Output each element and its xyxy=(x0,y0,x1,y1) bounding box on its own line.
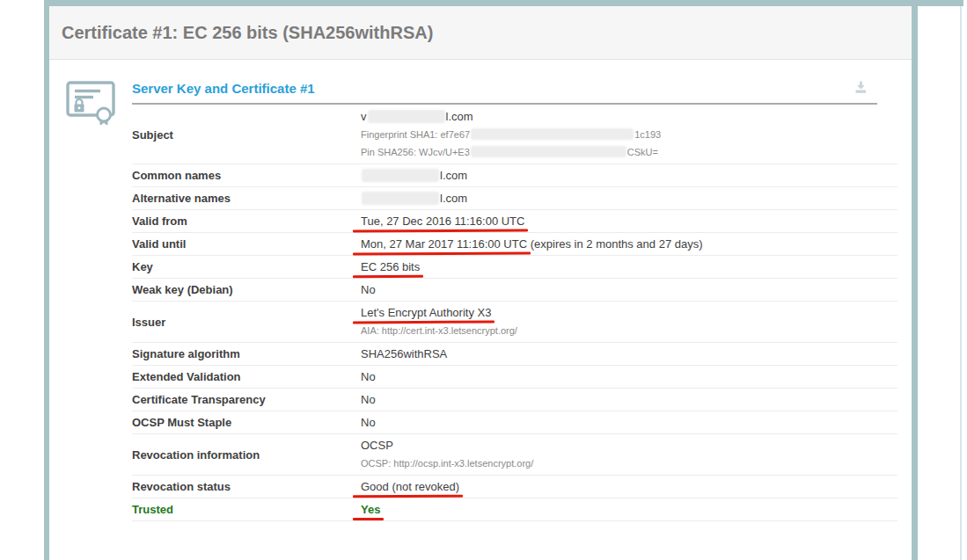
value-line: Let's Encrypt Authority X3 xyxy=(361,304,517,322)
value-line: SHA256withRSA xyxy=(361,345,447,363)
table-row: Extended ValidationNo xyxy=(132,366,897,389)
row-label: Common names xyxy=(132,169,361,182)
value-line: Good (not revoked) xyxy=(361,478,459,496)
value-line: EC 256 bits xyxy=(361,258,420,276)
row-value: SHA256withRSA xyxy=(361,345,447,363)
row-value: l.com xyxy=(361,190,467,207)
value-line: Yes xyxy=(361,501,380,519)
row-label: Valid until xyxy=(132,237,361,251)
table-row: OCSP Must StapleNo xyxy=(132,411,897,434)
row-label: Alternative names xyxy=(132,192,361,205)
table-row: Valid untilMon, 27 Mar 2017 11:16:00 UTC… xyxy=(132,233,897,256)
row-label: Revocation status xyxy=(132,480,361,493)
table-row: TrustedYes xyxy=(132,498,897,521)
value-text: 1c193 xyxy=(634,129,661,140)
value-text: Mon, 27 Mar 2017 11:16:00 UTC xyxy=(361,237,527,251)
table-row: Subjectvl.comFingerprint SHA1: ef7e671c1… xyxy=(132,105,897,164)
value-text: Fingerprint SHA1: ef7e67 xyxy=(361,129,470,140)
value-text: No xyxy=(361,283,376,296)
table-row: IssuerLet's Encrypt Authority X3AIA: htt… xyxy=(132,302,897,343)
value-line: Tue, 27 Dec 2016 11:16:00 UTC xyxy=(361,213,524,230)
value-line: vl.com xyxy=(361,108,661,126)
value-line: No xyxy=(361,414,376,432)
row-value: vl.comFingerprint SHA1: ef7e671c193Pin S… xyxy=(361,108,661,161)
row-label: Key xyxy=(132,260,361,273)
value-text: No xyxy=(361,393,376,406)
value-text: No xyxy=(361,370,376,383)
row-value: No xyxy=(361,391,376,409)
row-value: No xyxy=(361,368,376,386)
row-label: Valid from xyxy=(132,215,361,228)
heading-divider xyxy=(132,103,877,105)
table-row: KeyEC 256 bits xyxy=(132,256,897,279)
row-label: Signature algorithm xyxy=(132,347,361,360)
row-label: Weak key (Debian) xyxy=(132,283,361,296)
value-line: No xyxy=(361,368,376,386)
certificate-section: Certificate #1: EC 256 bits (SHA256withR… xyxy=(44,6,918,560)
row-label: Revocation information xyxy=(132,448,361,462)
row-value: Good (not revoked) xyxy=(361,478,459,496)
certificate-section-header: Certificate #1: EC 256 bits (SHA256withR… xyxy=(49,6,912,60)
value-text: l.com xyxy=(440,169,467,182)
value-text: CSkU= xyxy=(627,147,658,157)
table-row: Alternative namesl.com xyxy=(132,187,897,210)
table-row: Certificate TransparencyNo xyxy=(132,389,897,411)
download-icon[interactable] xyxy=(852,80,869,96)
table-row: Valid fromTue, 27 Dec 2016 11:16:00 UTC xyxy=(132,210,897,233)
table-row: Revocation informationOCSPOCSP: http://o… xyxy=(132,434,897,476)
row-label: OCSP Must Staple xyxy=(132,416,361,429)
row-label: Subject xyxy=(132,128,361,142)
value-line: l.com xyxy=(361,167,467,185)
value-text: l.com xyxy=(446,110,473,123)
row-value: Yes xyxy=(361,501,380,519)
value-subtext: AIA: http://cert.int-x3.letsencrypt.org/ xyxy=(361,322,517,339)
value-text: l.com xyxy=(440,192,467,205)
value-text: EC 256 bits xyxy=(361,260,420,273)
panel-title: Server Key and Certificate #1 xyxy=(132,81,315,96)
table-row: Signature algorithmSHA256withRSA xyxy=(132,343,897,366)
value-text: No xyxy=(361,416,376,429)
row-value: No xyxy=(361,414,376,432)
value-subtext: OCSP: http://ocsp.int-x3.letsencrypt.org… xyxy=(361,455,533,472)
value-text: Pin SHA256: WJcv/U+E3 xyxy=(361,147,470,157)
value-text: OCSP xyxy=(361,439,393,452)
value-text: SHA256withRSA xyxy=(361,347,447,360)
row-value: Mon, 27 Mar 2017 11:16:00 UTC (expires i… xyxy=(361,236,703,253)
value-line: OCSP xyxy=(361,437,533,455)
table-row: Common namesl.com xyxy=(132,164,897,187)
row-value: EC 256 bits xyxy=(361,258,420,276)
row-value: OCSPOCSP: http://ocsp.int-x3.letsencrypt… xyxy=(361,437,533,472)
table-row: Weak key (Debian)No xyxy=(132,279,897,302)
value-line: Fingerprint SHA1: ef7e671c193 xyxy=(361,126,661,143)
value-line: Pin SHA256: WJcv/U+E3CSkU= xyxy=(361,143,661,161)
redacted-blur xyxy=(363,193,438,204)
value-text: Let's Encrypt Authority X3 xyxy=(361,306,491,319)
row-value: Tue, 27 Dec 2016 11:16:00 UTC xyxy=(361,213,524,230)
value-text: Yes xyxy=(361,503,380,516)
row-value: No xyxy=(361,281,376,299)
row-value: l.com xyxy=(361,167,467,185)
row-label: Extended Validation xyxy=(132,370,361,383)
value-line: Mon, 27 Mar 2017 11:16:00 UTC (expires i… xyxy=(361,236,703,253)
row-label: Trusted xyxy=(132,503,361,516)
redacted-blur xyxy=(472,129,633,139)
value-line: No xyxy=(361,281,376,299)
redacted-blur xyxy=(369,111,444,122)
row-value: Let's Encrypt Authority X3AIA: http://ce… xyxy=(361,304,517,339)
redacted-blur xyxy=(363,170,438,181)
row-label: Certificate Transparency xyxy=(132,393,361,406)
section-top-border xyxy=(44,0,963,6)
page-right-edge-line xyxy=(960,6,962,560)
table-row: Revocation statusGood (not revoked) xyxy=(132,476,897,498)
value-text: Tue, 27 Dec 2016 11:16:00 UTC xyxy=(361,215,524,228)
certificate-details-table: Subjectvl.comFingerprint SHA1: ef7e671c1… xyxy=(49,105,912,521)
row-label: Issuer xyxy=(132,316,361,329)
value-text: Good (not revoked) xyxy=(361,480,459,493)
value-text: v xyxy=(361,110,367,123)
certificate-panel: Server Key and Certificate #1 Subjectvl.… xyxy=(49,60,912,521)
value-line: No xyxy=(361,391,376,409)
value-suffix: (expires in 2 months and 27 days) xyxy=(527,237,702,251)
page-title: Certificate #1: EC 256 bits (SHA256withR… xyxy=(49,23,433,43)
value-line: l.com xyxy=(361,190,467,207)
panel-heading-area: Server Key and Certificate #1 xyxy=(49,60,912,105)
